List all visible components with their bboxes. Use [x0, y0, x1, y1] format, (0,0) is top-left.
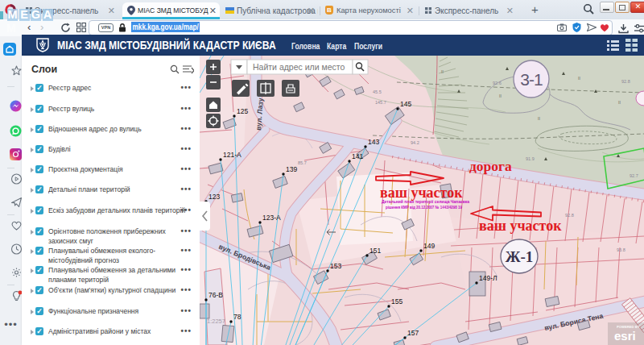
svg-text:123: 123 — [208, 193, 220, 201]
svg-text:94.2: 94.2 — [411, 140, 419, 145]
svg-text:II: II — [618, 100, 621, 105]
svg-text:145.7: 145.7 — [375, 100, 386, 105]
svg-text:78: 78 — [233, 313, 242, 321]
svg-text:II: II — [499, 94, 502, 98]
svg-text:76-В: 76-В — [208, 291, 223, 299]
svg-text:151: 151 — [369, 247, 381, 255]
svg-text:125: 125 — [237, 107, 248, 115]
svg-text:рішення КМР від 20.12.2007 № 1: рішення КМР від 20.12.2007 № 1443/4298 1… — [386, 205, 462, 210]
svg-text:145: 145 — [400, 100, 411, 108]
svg-text:esri: esri — [614, 329, 636, 343]
svg-text:121-А: 121-А — [223, 151, 242, 159]
svg-text:92.8: 92.8 — [565, 213, 574, 218]
svg-text:Детальний план території селищ: Детальний план території селища Чапаєвка — [382, 199, 470, 204]
svg-text:II: II — [578, 76, 580, 81]
svg-text:92.7: 92.7 — [630, 173, 638, 178]
svg-text:91.9: 91.9 — [526, 156, 535, 161]
svg-text:92.6: 92.6 — [493, 81, 502, 85]
svg-text:II: II — [441, 69, 444, 74]
svg-text:157: 157 — [407, 329, 419, 337]
svg-text:92.8: 92.8 — [621, 79, 630, 84]
svg-text:93.8: 93.8 — [617, 247, 625, 252]
svg-text:Найти адрес или место: Найти адрес или место — [253, 62, 345, 72]
svg-text:Ж-1: Ж-1 — [506, 248, 534, 265]
svg-text:139: 139 — [286, 165, 297, 173]
svg-text:149: 149 — [423, 242, 435, 250]
svg-text:85.7: 85.7 — [298, 160, 307, 165]
svg-text:II: II — [538, 116, 540, 121]
svg-text:143: 143 — [368, 138, 379, 146]
svg-text:45.5: 45.5 — [373, 89, 382, 94]
svg-text:153: 153 — [330, 262, 341, 270]
svg-text:ваш участок: ваш участок — [380, 185, 463, 201]
svg-text:141: 141 — [352, 152, 363, 160]
svg-text:1:2257: 1:2257 — [207, 318, 225, 325]
svg-text:155: 155 — [391, 297, 402, 306]
svg-text:123-А: 123-А — [262, 214, 281, 222]
svg-text:дорога: дорога — [469, 158, 512, 174]
svg-text:3-1: 3-1 — [520, 70, 543, 89]
svg-text:149-Л: 149-Л — [479, 274, 497, 282]
